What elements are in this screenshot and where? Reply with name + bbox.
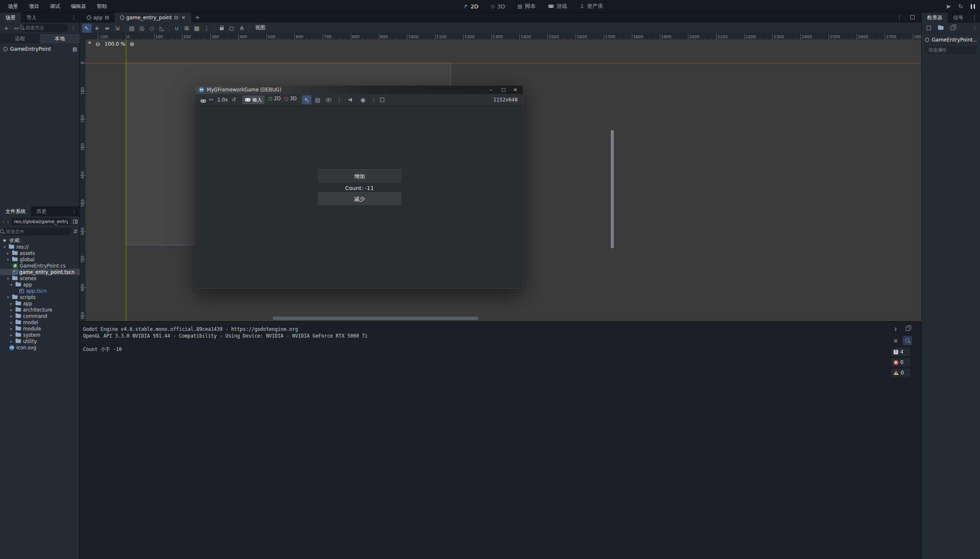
new-tab-button[interactable]: + — [193, 13, 202, 22]
debugger-messages-badge[interactable]: 4 — [891, 348, 910, 356]
vertical-scrollbar[interactable] — [611, 130, 614, 248]
menu-editor[interactable]: 编辑器 — [65, 0, 91, 13]
lock-button[interactable] — [217, 23, 226, 33]
skeleton-button[interactable]: ⋔ — [237, 23, 246, 33]
tab-filesystem[interactable]: 文件系统 — [0, 206, 31, 216]
scroll-to-bottom-button[interactable]: ↧ — [891, 324, 900, 333]
maximize-button[interactable]: □ — [501, 87, 506, 92]
minimize-button[interactable]: – — [490, 87, 492, 93]
move-mode-button[interactable]: + — [92, 23, 102, 33]
game-select-mode-button[interactable]: ↖ — [302, 95, 311, 104]
filter-properties-input[interactable] — [925, 46, 977, 54]
input-mode-toggle[interactable]: 输入 — [242, 96, 264, 104]
menu-project[interactable]: 项目 — [23, 0, 44, 13]
pan-mode-button[interactable]: ◇ — [147, 23, 156, 33]
tree-item-gameentrypoint-cs[interactable]: GameEntryPoint.cs — [0, 263, 80, 269]
mute-audio-button[interactable] — [347, 95, 356, 104]
pause-button[interactable] — [971, 4, 975, 9]
chevron-right-icon[interactable]: ▸ — [9, 320, 13, 325]
debugger-errors-badge[interactable]: 0 — [891, 358, 910, 367]
inspector-menu-button[interactable]: ⋮ — [969, 13, 980, 23]
filesystem-menu-button[interactable]: ⋮ — [68, 206, 80, 216]
increase-button[interactable]: 增加 — [317, 169, 402, 183]
workspace-script[interactable]: ▤ 脚本 — [518, 3, 536, 10]
smart-snap-button[interactable]: ∪ — [172, 23, 181, 33]
list-select-button[interactable]: ▤ — [127, 23, 136, 33]
local-tab[interactable]: 本地 — [40, 34, 80, 43]
chevron-down-icon[interactable]: ▾ — [9, 283, 13, 287]
chevron-right-icon[interactable]: ▸ — [6, 251, 10, 255]
center-view-button[interactable]: * — [88, 42, 91, 46]
tree-item-favorites[interactable]: ★ 收藏: — [0, 237, 80, 244]
chevron-down-icon[interactable]: ▾ — [3, 245, 7, 249]
chevron-right-icon[interactable]: ▸ — [9, 302, 13, 306]
tab-list-menu-button[interactable]: ⋮ — [897, 15, 902, 20]
workspace-2d[interactable]: ↱ 2D — [464, 3, 478, 10]
chevron-right-icon[interactable]: ▸ — [9, 333, 13, 337]
rotate-mode-button[interactable]: ⇻ — [102, 23, 112, 33]
ruler-mode-button[interactable]: ◺ — [157, 23, 167, 33]
tree-item-global[interactable]: ▾ global — [0, 256, 80, 263]
zoom-out-button[interactable]: ⊖ — [96, 41, 101, 47]
nav-back-button[interactable]: ‹ — [2, 218, 4, 225]
close-icon[interactable]: × — [181, 13, 186, 23]
scene-tree-menu-button[interactable]: ⋮ — [69, 25, 78, 31]
next-frame-button[interactable]: ↦ — [209, 96, 213, 102]
camera-override-button[interactable]: ◉ — [358, 95, 368, 104]
tree-item-scenes[interactable]: ▾ scenes — [0, 275, 80, 281]
chevron-down-icon[interactable]: ▾ — [6, 257, 10, 262]
tab-script-icon[interactable]: ▤ — [105, 13, 109, 23]
attached-script-icon[interactable]: ▤ — [73, 46, 77, 52]
sort-files-button[interactable]: ⇵ — [73, 229, 78, 234]
tab-import[interactable]: 导入 — [21, 13, 42, 23]
new-resource-button[interactable] — [924, 23, 933, 33]
speed-value[interactable]: 1.0x — [217, 97, 228, 103]
close-button[interactable]: × — [513, 86, 518, 93]
add-node-button[interactable]: + — [2, 23, 11, 33]
zoom-in-button[interactable]: ⊕ — [130, 41, 135, 47]
tree-item-command[interactable]: ▸ command — [0, 313, 80, 319]
mode-3d-toggle[interactable]: 3D — [284, 96, 297, 101]
tab-history[interactable]: 历史 — [31, 206, 52, 216]
debug-input-icon[interactable] — [201, 99, 206, 103]
restart-button[interactable]: ↻ — [958, 3, 963, 10]
tree-item-model[interactable]: ▸ model — [0, 319, 80, 325]
chevron-right-icon[interactable]: ▸ — [9, 314, 13, 318]
tab-signals[interactable]: 信号 — [948, 13, 969, 23]
edited-object-row[interactable]: GameEntryPoint.... — [922, 34, 980, 43]
snap-options-button[interactable]: ⋮ — [202, 23, 211, 33]
workspace-game[interactable]: 游戏 — [548, 3, 567, 10]
tree-item-app-tscn[interactable]: app.tscn — [0, 288, 80, 294]
game-debug-window[interactable]: MyGFrameworkGame (DEBUG) – □ × ↦ 1.0x ↺ … — [195, 85, 523, 289]
zoom-level[interactable]: 100.0 % — [104, 41, 125, 47]
tree-item-scripts[interactable]: ▾ scripts — [0, 294, 80, 300]
chevron-down-icon[interactable]: ▾ — [6, 295, 10, 299]
game-window-titlebar[interactable]: MyGFrameworkGame (DEBUG) – □ × — [195, 86, 523, 94]
filter-log-button[interactable]: ≡ — [891, 336, 900, 345]
tab-inspector[interactable]: 检查器 — [922, 13, 948, 23]
split-view-button[interactable] — [73, 220, 78, 224]
tree-item-game-entry-point-tscn[interactable]: game_entry_point.tscn — [0, 269, 80, 275]
filter-files-input[interactable] — [2, 228, 72, 235]
menu-help[interactable]: 帮助 — [91, 0, 112, 13]
camera-options-button[interactable]: ⋮ — [371, 97, 376, 102]
chevron-right-icon[interactable]: ▸ — [9, 339, 13, 343]
expand-viewport-button[interactable] — [910, 15, 915, 19]
mode-2d-toggle[interactable]: 2D — [268, 96, 281, 101]
tree-item-scripts-app[interactable]: ▸ app — [0, 300, 80, 307]
chevron-down-icon[interactable]: ▾ — [6, 276, 10, 281]
workspace-assetlib[interactable]: ⇩ 资产库 — [580, 3, 603, 10]
fullscreen-button[interactable] — [378, 95, 387, 104]
visibility-button[interactable] — [324, 95, 333, 104]
remote-tab[interactable]: 远程 — [0, 34, 40, 43]
game-list-select-button[interactable]: ▤ — [313, 95, 322, 104]
play-button[interactable]: ▶ — [947, 3, 951, 9]
select-mode-button[interactable]: ↖ — [82, 23, 91, 33]
tree-item-res[interactable]: ▾ res:// — [0, 244, 80, 250]
path-input[interactable] — [11, 218, 70, 225]
inspector-extra-menu-button[interactable]: ⋮ — [972, 25, 977, 31]
scale-mode-button[interactable]: ⇲ — [112, 23, 122, 33]
pivot-mode-button[interactable]: ◎ — [137, 23, 146, 33]
tree-item-app-folder[interactable]: ▾ app — [0, 281, 80, 288]
group-button[interactable]: ◻ — [227, 23, 236, 33]
